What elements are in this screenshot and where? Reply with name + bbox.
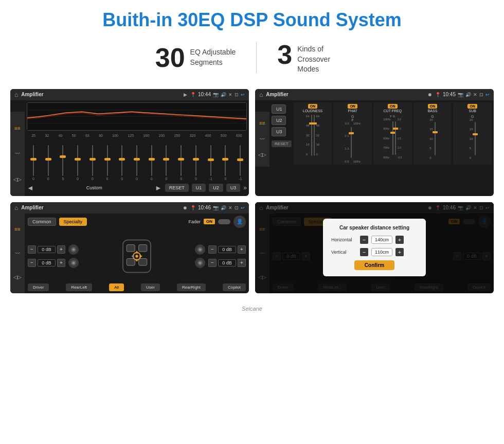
fader-on-toggle[interactable]: ON <box>204 219 215 224</box>
db-ctrl-4[interactable]: − 0 dB + <box>195 258 246 268</box>
vol-icon-2: ◁▷ <box>258 152 266 157</box>
svg-marker-15 <box>135 251 138 253</box>
horizontal-plus-btn[interactable]: + <box>395 236 404 244</box>
fader-8[interactable]: 0 <box>130 145 143 181</box>
sub-on[interactable]: ON <box>467 104 477 109</box>
u1-button[interactable]: U1 <box>272 104 286 114</box>
expand-icon: » <box>243 184 247 191</box>
loudness-name: LOUDNESS <box>303 109 323 113</box>
vertical-label: Vertical <box>331 250 357 255</box>
all-btn[interactable]: All <box>109 283 124 291</box>
fader-3[interactable]: 5 <box>56 145 69 181</box>
svg-marker-18 <box>139 254 142 258</box>
db-plus-2[interactable]: + <box>57 259 65 267</box>
svg-rect-12 <box>139 258 147 265</box>
db-plus-1[interactable]: + <box>57 245 65 254</box>
fader-14[interactable]: 0 <box>219 145 232 181</box>
vertical-minus-btn[interactable]: − <box>360 248 368 256</box>
eq-u3-btn[interactable]: U3 <box>226 184 241 192</box>
db-minus-1[interactable]: − <box>28 245 36 254</box>
fader-12[interactable]: 0 <box>189 145 203 181</box>
vertical-plus-btn[interactable]: + <box>395 248 404 256</box>
db-plus-4[interactable]: + <box>238 259 246 267</box>
eq-u2-btn[interactable]: U2 <box>209 184 223 192</box>
brand-footer: Seicane <box>0 304 504 316</box>
db-ctrl-1[interactable]: − 0 dB + <box>28 244 79 255</box>
status-icons-2: 📍 10:45 📷 🔊 ✕ ⊡ ↩ <box>435 92 490 97</box>
eq-prev-btn[interactable]: ◄ <box>27 184 34 192</box>
bass-on[interactable]: ON <box>428 104 438 109</box>
fader-4[interactable]: 0 <box>71 145 84 181</box>
db-val-4: 0 dB <box>218 259 236 267</box>
fader-5[interactable]: 0 <box>86 145 99 181</box>
eq-icon-2: ≡≡ <box>259 120 265 126</box>
rearRight-btn[interactable]: RearRight <box>177 283 206 291</box>
app-title-2: Amplifier <box>266 92 424 97</box>
home-icon-3: ⌂ <box>14 204 18 211</box>
fader-1[interactable]: 0 <box>27 145 40 181</box>
app-title-1: Amplifier <box>21 92 181 97</box>
fader-15[interactable]: -1 <box>233 145 247 181</box>
db-ctrl-2[interactable]: − 0 dB + <box>28 258 79 268</box>
status-bar-2: ⌂ Amplifier ⏺ 📍 10:45 📷 🔊 ✕ ⊡ ↩ <box>255 89 494 100</box>
crossover-reset-btn[interactable]: RESET <box>272 140 292 147</box>
speaker-icon-r1 <box>195 244 205 255</box>
side-panel-2: ≡≡ 〰 ◁▷ <box>255 112 269 167</box>
svg-rect-9 <box>127 244 135 252</box>
fader-7[interactable]: 0 <box>115 145 129 181</box>
speaker-icon-l1 <box>68 244 79 255</box>
dialog-overlay: Car speaker distance setting Horizontal … <box>255 202 494 293</box>
db-val-1: 0 dB <box>38 246 56 253</box>
confirm-button[interactable]: Confirm <box>354 260 394 270</box>
eq-icon-3: ≡≡ <box>14 226 21 232</box>
eq-u1-btn[interactable]: U1 <box>192 184 206 192</box>
fader-13[interactable]: -1 <box>204 145 218 181</box>
db-minus-4[interactable]: − <box>208 259 217 267</box>
db-minus-3[interactable]: − <box>208 245 217 254</box>
fader-11[interactable]: 0 <box>174 145 188 181</box>
u3-button[interactable]: U3 <box>272 127 286 136</box>
vertical-value: 110cm <box>371 248 392 256</box>
db-plus-3[interactable]: + <box>238 245 246 254</box>
eq-next-btn[interactable]: ► <box>155 184 162 192</box>
speaker-icon-r2 <box>195 258 205 268</box>
phat-on[interactable]: ON <box>348 104 357 109</box>
bottom-btns: Driver RearLeft All User RearRight Copil… <box>28 283 246 291</box>
home-icon-1: ⌂ <box>14 91 18 98</box>
dialog-title: Car speaker distance setting <box>331 225 418 230</box>
db-minus-2[interactable]: − <box>28 259 36 267</box>
fader-top-row: Common Specialty Fader ON 👤 <box>28 216 246 228</box>
horizontal-minus-btn[interactable]: − <box>360 236 368 244</box>
fader-label: Fader <box>188 219 201 224</box>
u-buttons-group: U1 U2 U3 RESET <box>272 102 292 165</box>
wave-icon-2: 〰 <box>260 136 265 142</box>
right-db-controls: − 0 dB + − 0 dB + <box>195 244 246 268</box>
eq-reset-btn[interactable]: RESET <box>165 184 189 192</box>
screen-crossover: ⌂ Amplifier ⏺ 📍 10:45 📷 🔊 ✕ ⊡ ↩ ≡≡ 〰 ◁▷ <box>255 89 494 196</box>
fader-2[interactable]: 0 <box>42 145 55 181</box>
phat-name: PHAT <box>348 109 357 113</box>
specialty-btn[interactable]: Specialty <box>59 218 87 226</box>
status-bar-1: ⌂ Amplifier ▶ 📍 10:44 📷 🔊 ✕ ⊡ ↩ <box>10 89 249 100</box>
speaker-diagram <box>114 233 160 279</box>
rearLeft-btn[interactable]: RearLeft <box>66 283 92 291</box>
db-val-3: 0 dB <box>218 246 236 253</box>
fader-6[interactable]: 0 <box>101 145 114 181</box>
fader-10[interactable]: 0 <box>160 145 173 181</box>
left-db-controls: − 0 dB + − 0 dB + <box>28 244 79 268</box>
db-ctrl-3[interactable]: − 0 dB + <box>195 244 246 255</box>
fader-9[interactable]: 0 <box>145 145 158 181</box>
fader-slider[interactable] <box>218 219 230 224</box>
loudness-on[interactable]: ON <box>308 104 318 109</box>
cutfreq-name: CUT FREQ <box>384 109 402 113</box>
stat-crossover-modes: 3 Kinds of Crossover Modes <box>257 41 369 75</box>
copilot-btn[interactable]: Copilot <box>223 283 246 291</box>
cutfreq-on[interactable]: ON <box>388 104 398 109</box>
eq-faders[interactable]: 0 0 5 0 0 <box>27 139 247 181</box>
u2-button[interactable]: U2 <box>272 116 286 125</box>
driver-btn[interactable]: Driver <box>28 283 49 291</box>
status-icons-1: 📍 10:44 📷 🔊 ✕ ⊡ ↩ <box>190 92 245 97</box>
vertical-row: Vertical − 110cm + <box>331 248 418 256</box>
user-btn[interactable]: User <box>141 283 160 291</box>
common-btn[interactable]: Common <box>28 218 56 226</box>
